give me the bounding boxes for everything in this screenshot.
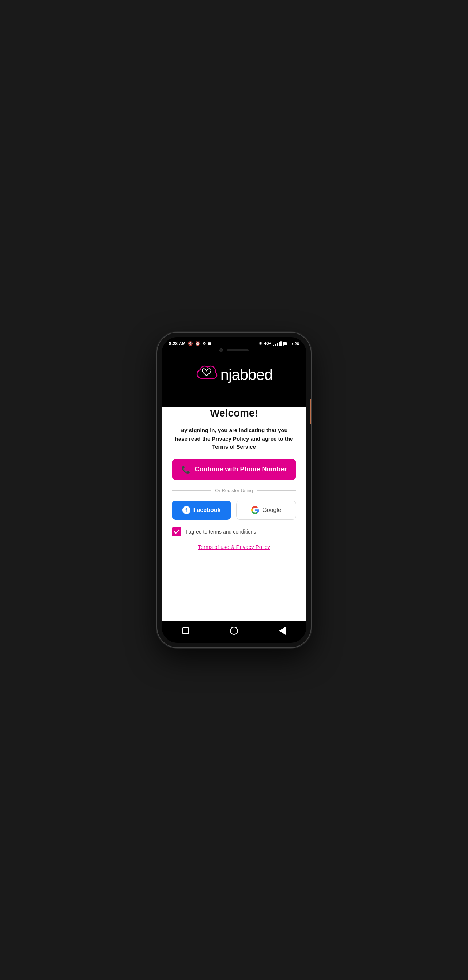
nav-square-icon [183,627,189,634]
mute-icon: 🔇 [188,341,193,346]
phone-icon: 📞 [181,465,191,474]
nav-triangle-icon [279,627,285,635]
nav-bar [162,621,306,643]
check-icon [174,529,180,535]
nav-recent-button[interactable] [180,625,191,636]
nav-back-button[interactable] [277,625,288,636]
divider-line-left [172,490,211,491]
phone-button[interactable]: 📞 Continue with Phone Number [172,458,296,480]
status-bar-left: 8:28 AM 🔇 ⏰ ♻ ⊞ [169,341,211,346]
battery-indicator [283,342,293,346]
checkbox-row: I agree to terms and conditions [172,527,296,536]
google-icon [251,506,259,514]
welcome-subtitle: By signing in, you are indicating that y… [172,426,296,451]
terms-checkbox[interactable] [172,527,181,536]
signal-bars [273,341,282,346]
facebook-button-label: Facebook [193,507,221,514]
phone-frame: 8:28 AM 🔇 ⏰ ♻ ⊞ ✴ 4G+ [157,333,311,647]
google-button-label: Google [262,507,281,514]
phone-screen: 8:28 AM 🔇 ⏰ ♻ ⊞ ✴ 4G+ [162,337,306,643]
top-section: njabbed [162,353,306,407]
phone-button-label: Continue with Phone Number [195,466,287,473]
social-buttons: f Facebook Google [172,501,296,520]
camera-dot [220,348,223,352]
status-bar-right: ✴ 4G+ 26 [258,341,299,346]
time: 8:28 AM [169,341,186,346]
welcome-title: Welcome! [172,407,296,419]
vpn-icon: ⊞ [208,342,211,345]
speaker-bar [227,349,248,352]
alarm-icon: ⏰ [195,341,201,346]
bluetooth-icon: ✴ [258,341,263,346]
status-bar: 8:28 AM 🔇 ⏰ ♻ ⊞ ✴ 4G+ [162,337,306,348]
network-label: 4G+ [264,342,271,345]
logo-icon [196,364,218,385]
logo-text: njabbed [220,366,272,383]
camera-bar [162,348,306,353]
divider-text: Or Register Using [215,488,253,493]
checkbox-label: I agree to terms and conditions [186,529,256,535]
facebook-icon: f [183,506,191,514]
divider-line-right [257,490,296,491]
sync-icon: ♻ [202,342,206,345]
bottom-section: Welcome! By signing in, you are indicati… [162,396,306,621]
nav-home-button[interactable] [229,625,239,636]
nav-circle-icon [230,627,238,635]
battery-level: 26 [295,342,299,346]
logo-container: njabbed [196,364,272,385]
facebook-button[interactable]: f Facebook [172,501,231,520]
divider: Or Register Using [172,488,296,493]
app-content: njabbed Welcome! By signing in, you are … [162,353,306,621]
google-button[interactable]: Google [236,501,296,520]
terms-link[interactable]: Terms of use & Privacy Policy [172,544,296,550]
